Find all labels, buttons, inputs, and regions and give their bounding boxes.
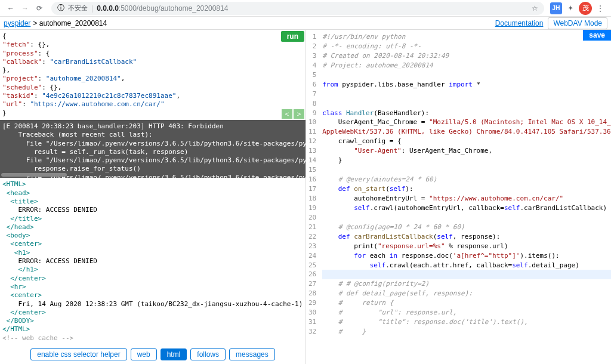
info-icon: ⓘ [57, 3, 64, 13]
webdav-mode-button[interactable]: WebDAV Mode [548, 17, 607, 29]
line-gutter: 1 2 3 4 5 6 7 8 9 10 11 12 13 14 15 16 1… [306, 30, 320, 339]
log-output: [E 200814 20:38:23 base_handler:203] HTT… [0, 120, 306, 178]
reload-button[interactable]: ⟳ [33, 2, 45, 14]
pyspider-link[interactable]: pyspider [4, 19, 30, 27]
save-button[interactable]: save [583, 30, 611, 41]
css-selector-helper-button[interactable]: enable css selector helper [30, 348, 126, 360]
tab-html[interactable]: html [161, 348, 187, 360]
html-preview: <HTML> <head> <title> ERROR: ACCESS DENI… [0, 178, 306, 345]
run-button[interactable]: run [281, 31, 304, 42]
menu-icon[interactable]: ⋮ [594, 2, 606, 14]
tab-follows[interactable]: follows [190, 348, 226, 360]
url-bar[interactable]: ⓘ 不安全 | 0.0.0.0:5000/debug/autohome_2020… [51, 2, 544, 15]
tab-messages[interactable]: messages [229, 348, 275, 360]
next-button[interactable]: > [294, 109, 304, 119]
security-label: 不安全 [68, 4, 88, 13]
star-icon[interactable]: ☆ [532, 4, 538, 13]
task-json-area[interactable]: run { "fetch": {}, "process": { "callbac… [0, 30, 306, 120]
scrollbar[interactable] [1, 173, 67, 177]
breadcrumb: > autohome_20200814 [33, 19, 107, 27]
prev-button[interactable]: < [282, 109, 292, 119]
forward-button[interactable]: → [19, 2, 31, 14]
documentation-link[interactable]: Documentation [495, 19, 544, 27]
url-text: 0.0.0.0:5000/debug/autohome_20200814 [97, 4, 228, 13]
tab-web[interactable]: web [131, 348, 157, 360]
extensions-icon[interactable]: ✦ [564, 2, 576, 14]
avatar[interactable]: 茂 [579, 2, 592, 15]
back-button[interactable]: ← [5, 2, 17, 14]
code-editor[interactable]: save 1 2 3 4 5 6 7 8 9 10 11 12 13 14 15… [306, 30, 611, 364]
extension-jh-icon[interactable]: JH [550, 2, 562, 14]
